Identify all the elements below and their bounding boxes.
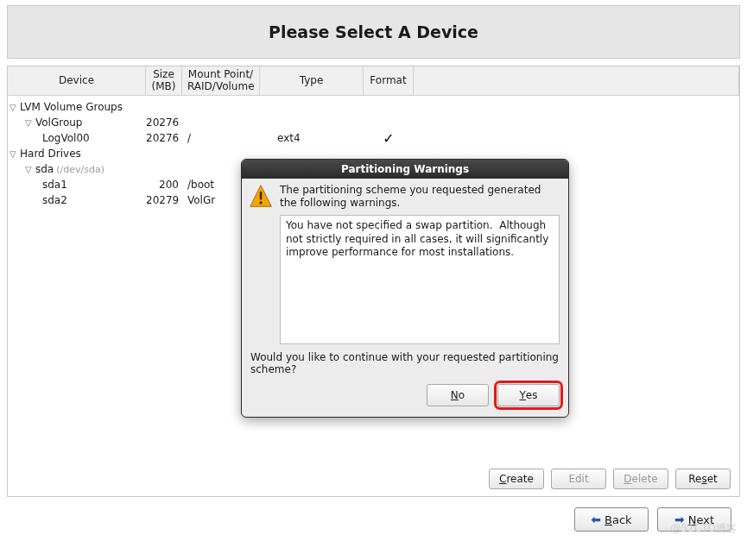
row-lvm-header[interactable]: ▽LVM Volume Groups [8,99,739,115]
back-button[interactable]: ⬅ Back [574,507,649,532]
delete-button: Delete [613,469,668,489]
dialog-title: Partitioning Warnings [242,160,568,179]
svg-rect-1 [260,192,262,200]
warning-textarea[interactable]: You have not specified a swap partition.… [280,215,560,344]
caret-down-icon[interactable]: ▽ [9,149,18,159]
table-header: Device Size (MB) Mount Point/ RAID/Volum… [8,66,739,96]
col-format[interactable]: Format [364,66,414,95]
create-button[interactable]: Create [489,469,544,489]
action-row: Create Edit Delete Reset [489,469,731,489]
col-mount[interactable]: Mount Point/ RAID/Volume [182,66,260,95]
partition-panel: Device Size (MB) Mount Point/ RAID/Volum… [7,66,740,497]
row-logvol00[interactable]: LogVol00 20276 / ext4 ✓ [8,130,739,146]
caret-down-icon[interactable]: ▽ [9,103,18,112]
edit-button: Edit [551,469,606,489]
svg-point-2 [259,201,262,204]
reset-button[interactable]: Reset [675,469,731,489]
next-button[interactable]: ➡ Next [657,507,731,532]
page-title: Please Select A Device [269,22,478,41]
col-device[interactable]: Device [8,66,146,95]
arrow-left-icon: ⬅ [591,513,601,526]
row-volgroup[interactable]: ▽VolGroup 20276 [8,115,739,130]
title-panel: Please Select A Device [7,5,740,59]
no-button[interactable]: No [427,384,489,406]
caret-down-icon[interactable]: ▽ [25,118,34,128]
yes-button[interactable]: Yes [497,384,560,406]
check-icon: ✓ [383,130,394,147]
dialog-question: Would you like to continue with your req… [250,351,560,375]
col-size[interactable]: Size (MB) [146,66,182,95]
warning-icon [249,184,273,208]
nav-row: ⬅ Back ➡ Next [7,497,740,532]
dialog-message: The partitioning scheme you requested ge… [280,184,560,210]
caret-down-icon[interactable]: ▽ [25,165,34,174]
arrow-right-icon: ➡ [674,513,685,526]
col-type[interactable]: Type [260,66,364,95]
partitioning-warnings-dialog: Partitioning Warnings The partitioning s… [241,159,569,418]
